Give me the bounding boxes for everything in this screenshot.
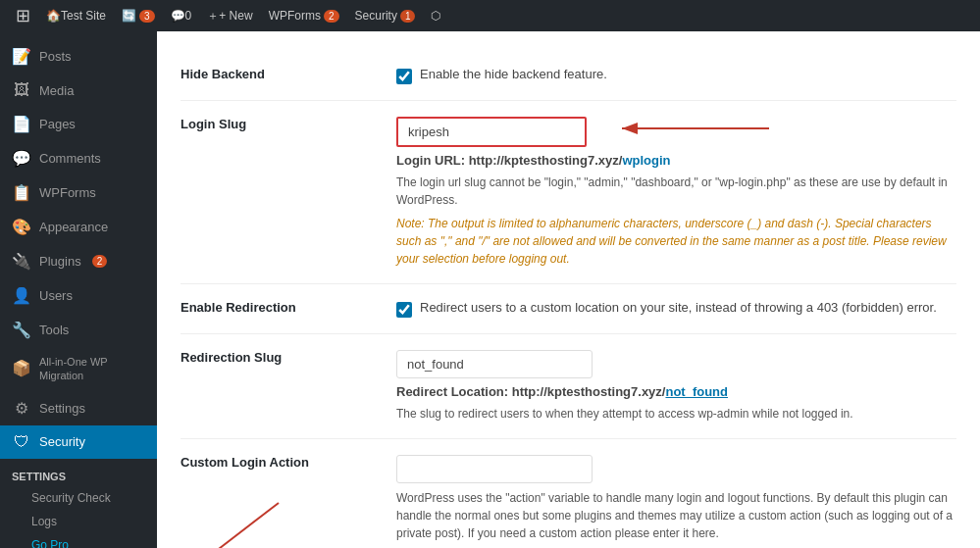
hide-backend-checkbox-row: Enable the hide backend feature. xyxy=(396,67,956,84)
enable-redirection-value-cell: Redirect users to a custom location on y… xyxy=(396,284,956,334)
login-slug-input-wrapper xyxy=(396,117,587,147)
login-url-link[interactable]: wplogin xyxy=(622,153,670,168)
redirect-location-line: Redirect Location: http://kptesthosting7… xyxy=(396,384,956,399)
redirection-slug-label: Redirection Slug xyxy=(181,334,396,439)
wp-logo-item[interactable]: ⊞ xyxy=(8,0,38,31)
sidebar-item-media[interactable]: 🖼 Media xyxy=(0,74,157,107)
login-slug-value-cell: Login URL: http://kptesthosting7.xyz/wpl… xyxy=(396,101,956,284)
updates-icon: 🔄 xyxy=(122,9,136,23)
settings-table: Hide Backend Enable the hide backend fea… xyxy=(181,51,956,548)
login-url-line: Login URL: http://kptesthosting7.xyz/wpl… xyxy=(396,153,956,168)
login-slug-note: Note: The output is limited to alphanume… xyxy=(396,215,956,268)
settings-icon: ⚙ xyxy=(12,399,31,418)
admin-bar: ⊞ 🏠 Test Site 🔄 3 💬 0 ＋ + New WPForms 2 … xyxy=(0,0,980,31)
hide-backend-checkbox-label: Enable the hide backend feature. xyxy=(420,67,607,81)
home-icon: 🏠 xyxy=(46,9,61,23)
wordpress-icon: ⊞ xyxy=(16,5,30,26)
tools-icon: 🔧 xyxy=(12,321,31,339)
sidebar-sub-security-check[interactable]: Security Check xyxy=(0,486,157,510)
custom-login-action-value-cell: WordPress uses the "action" variable to … xyxy=(396,439,956,549)
login-slug-arrow xyxy=(612,109,789,148)
enable-redirection-checkbox[interactable] xyxy=(396,302,412,318)
redirection-slug-desc: The slug to redirect users to when they … xyxy=(396,405,956,423)
sidebar-item-users[interactable]: 👤 Users xyxy=(0,278,157,313)
site-name-item[interactable]: 🏠 Test Site xyxy=(38,0,114,31)
comment-icon: 💬 xyxy=(12,149,31,168)
media-icon: 🖼 xyxy=(12,81,31,99)
sidebar-item-appearance[interactable]: 🎨 Appearance xyxy=(0,210,157,244)
custom-login-action-desc: WordPress uses the "action" variable to … xyxy=(396,489,956,542)
users-icon: 👤 xyxy=(12,286,31,305)
sidebar: 📝 Posts 🖼 Media 📄 Pages 💬 Comments 📋 WPF… xyxy=(0,31,157,548)
sidebar-sub-go-pro[interactable]: Go Pro xyxy=(0,533,157,548)
new-item[interactable]: ＋ + New xyxy=(199,0,260,31)
plugins-badge: 2 xyxy=(92,255,108,268)
migration-icon: 📦 xyxy=(12,359,31,379)
redirection-slug-row: Redirection Slug Redirect Location: http… xyxy=(181,334,956,439)
plugins-icon: 🔌 xyxy=(12,252,31,271)
login-slug-desc: The login url slug cannot be "login," "a… xyxy=(396,174,956,209)
sidebar-item-settings[interactable]: ⚙ Settings xyxy=(0,391,157,425)
settings-section-label: Settings xyxy=(0,459,157,486)
sidebar-item-all-in-one[interactable]: 📦 All-in-One WP Migration xyxy=(0,347,157,391)
wpforms-icon: 📋 xyxy=(12,183,31,202)
login-slug-row: Login Slug xyxy=(181,101,956,284)
new-icon: ＋ xyxy=(207,8,219,25)
sidebar-item-comments[interactable]: 💬 Comments xyxy=(0,141,157,175)
shield-icon: ⬡ xyxy=(431,9,440,23)
redirect-location-link[interactable]: not_found xyxy=(665,384,728,399)
posts-icon: 📝 xyxy=(12,47,31,66)
login-slug-input[interactable] xyxy=(398,119,585,145)
sidebar-item-security[interactable]: 🛡 Security xyxy=(0,425,157,459)
save-button-arrow xyxy=(200,493,318,548)
security-badge: 1 xyxy=(400,10,416,23)
enable-redirection-row: Enable Redirection Redirect users to a c… xyxy=(181,284,956,334)
hide-backend-label: Hide Backend xyxy=(181,51,396,101)
enable-redirection-checkbox-label: Redirect users to a custom location on y… xyxy=(420,300,937,315)
security-icon: 🛡 xyxy=(12,433,31,451)
enable-redirection-label: Enable Redirection xyxy=(181,284,396,334)
sidebar-item-posts[interactable]: 📝 Posts xyxy=(0,39,157,74)
sidebar-sub-logs[interactable]: Logs xyxy=(0,510,157,533)
sidebar-item-plugins[interactable]: 🔌 Plugins 2 xyxy=(0,244,157,278)
security-adminbar-item[interactable]: Security 1 xyxy=(347,0,424,31)
hide-backend-checkbox[interactable] xyxy=(396,69,412,84)
svg-line-3 xyxy=(215,503,279,548)
sidebar-item-pages[interactable]: 📄 Pages xyxy=(0,107,157,141)
sidebar-item-tools[interactable]: 🔧 Tools xyxy=(0,313,157,347)
shield-item[interactable]: ⬡ xyxy=(423,0,448,31)
login-slug-red-box xyxy=(396,117,587,147)
sidebar-item-wpforms[interactable]: 📋 WPForms xyxy=(0,175,157,210)
wpforms-item[interactable]: WPForms 2 xyxy=(261,0,347,31)
hide-backend-value-cell: Enable the hide backend feature. xyxy=(396,51,956,101)
wpforms-badge: 2 xyxy=(324,10,339,23)
appearance-icon: 🎨 xyxy=(12,218,31,236)
content-inner: Hide Backend Enable the hide backend fea… xyxy=(157,31,980,548)
custom-login-action-input[interactable] xyxy=(396,455,593,483)
main-content: Hide Backend Enable the hide backend fea… xyxy=(157,31,980,548)
pages-icon: 📄 xyxy=(12,115,31,133)
updates-item[interactable]: 🔄 3 xyxy=(114,0,163,31)
enable-redirection-checkbox-row: Redirect users to a custom location on y… xyxy=(396,300,956,318)
comments-icon: 💬 xyxy=(171,9,185,23)
main-layout: 📝 Posts 🖼 Media 📄 Pages 💬 Comments 📋 WPF… xyxy=(0,31,980,548)
redirection-slug-input[interactable] xyxy=(396,350,593,378)
comments-item[interactable]: 💬 0 xyxy=(163,0,200,31)
hide-backend-row: Hide Backend Enable the hide backend fea… xyxy=(181,51,956,101)
login-slug-label: Login Slug xyxy=(181,101,396,284)
redirection-slug-value-cell: Redirect Location: http://kptesthosting7… xyxy=(396,334,956,439)
updates-badge: 3 xyxy=(139,10,155,23)
